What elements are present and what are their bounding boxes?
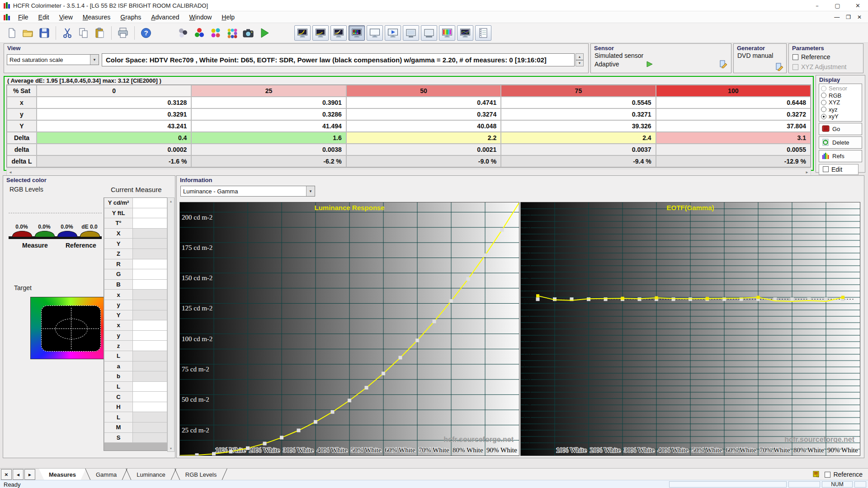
edit-checkbox[interactable] xyxy=(823,166,829,172)
table-cell[interactable]: 41.494 xyxy=(191,120,346,132)
tab-rgb-levels[interactable]: RGB Levels xyxy=(175,469,226,480)
generator-config-icon[interactable] xyxy=(775,63,783,71)
column-header-100[interactable]: 100 xyxy=(656,85,811,97)
spin-down-icon[interactable]: ▼ xyxy=(576,60,584,67)
view-grayscale-button[interactable] xyxy=(294,25,311,41)
view-free-measure-1-button[interactable] xyxy=(403,25,419,41)
maximize-button[interactable]: ▢ xyxy=(827,0,848,11)
menu-file[interactable]: File xyxy=(13,12,33,22)
run-measures-button[interactable] xyxy=(256,25,273,41)
mdi-restore-button[interactable]: ❐ xyxy=(846,14,851,20)
new-file-button[interactable] xyxy=(4,25,20,41)
current-measure-scrollbar[interactable]: ▲ ▼ xyxy=(167,197,175,452)
next-tab-icon[interactable]: ► xyxy=(24,469,35,480)
menu-graphs[interactable]: Graphs xyxy=(115,12,146,22)
column-header-50[interactable]: 50 xyxy=(346,85,501,97)
table-cell[interactable]: 0.3274 xyxy=(346,108,501,120)
table-cell[interactable]: 0.0021 xyxy=(346,144,501,155)
sensor-config-icon[interactable] xyxy=(719,60,727,68)
scroll-left-icon[interactable]: ◄ xyxy=(7,169,14,176)
table-cell[interactable]: 0.3271 xyxy=(501,108,656,120)
row-header-delta-l[interactable]: delta L xyxy=(7,155,37,167)
view-nearwhite-button[interactable] xyxy=(330,25,347,41)
row-header-delta-e[interactable]: Delta E xyxy=(7,132,37,144)
menu-view[interactable]: View xyxy=(54,12,78,22)
mdi-close-button[interactable]: ✕ xyxy=(857,14,862,20)
table-cell[interactable]: 37.804 xyxy=(656,120,811,132)
radio-icon[interactable] xyxy=(821,93,826,98)
table-cell[interactable]: 0.0038 xyxy=(191,144,346,155)
go-button[interactable]: Go xyxy=(819,123,862,135)
table-cell[interactable]: 0.3291 xyxy=(37,108,191,120)
view-colorbars-button[interactable] xyxy=(439,25,455,41)
row-header-x[interactable]: x xyxy=(7,97,37,108)
scroll-down-icon[interactable]: ▼ xyxy=(168,445,174,451)
column-header-0[interactable]: 0 xyxy=(37,85,191,97)
paste-button[interactable] xyxy=(92,25,108,41)
table-cell[interactable]: 0.3286 xyxy=(191,108,346,120)
measure-colorchecker-button[interactable] xyxy=(224,25,240,41)
table-cell[interactable]: -1.6 % xyxy=(37,155,191,167)
notes-icon[interactable] xyxy=(813,471,820,478)
cut-button[interactable] xyxy=(59,25,75,41)
table-cell[interactable]: 0.6448 xyxy=(656,97,811,108)
menu-help[interactable]: Help xyxy=(217,12,240,22)
display-radio-xyy[interactable]: xyY xyxy=(821,113,860,120)
table-cell[interactable]: 0.5545 xyxy=(501,97,656,108)
copy-button[interactable] xyxy=(75,25,92,41)
table-cell[interactable]: 40.048 xyxy=(346,120,501,132)
chevron-down-icon[interactable]: ▼ xyxy=(90,55,99,65)
display-radio-xyz[interactable]: XYZ xyxy=(821,99,860,106)
play-icon[interactable] xyxy=(646,61,653,67)
menu-advanced[interactable]: Advanced xyxy=(146,12,184,22)
delete-button[interactable]: Delete xyxy=(819,136,862,149)
column-header-75[interactable]: 75 xyxy=(501,85,656,97)
table-cell[interactable]: -9.0 % xyxy=(346,155,501,167)
table-cell[interactable]: 39.326 xyxy=(501,120,656,132)
tab-luminance[interactable]: Luminance xyxy=(127,469,175,480)
refs-button[interactable]: Refs xyxy=(819,150,862,162)
display-radio-xyz[interactable]: xyz xyxy=(821,106,860,113)
display-radio-rgb[interactable]: RGB xyxy=(821,92,860,99)
table-cell[interactable]: -9.4 % xyxy=(501,155,656,167)
table-cell[interactable]: 2.2 xyxy=(346,132,501,144)
row-header-y[interactable]: Y xyxy=(7,120,37,132)
view-scale-select[interactable]: Red saturation scale ▼ xyxy=(7,54,99,65)
statusbar-reference-checkbox[interactable] xyxy=(825,472,830,478)
column-header-25[interactable]: 25 xyxy=(191,85,346,97)
mdi-minimize-button[interactable]: — xyxy=(834,14,840,20)
menu-window[interactable]: Window xyxy=(184,12,217,22)
radio-icon[interactable] xyxy=(821,107,826,112)
view-nearblack-button[interactable] xyxy=(312,25,329,41)
row-header-delta-xy[interactable]: delta xy xyxy=(7,144,37,155)
table-cell[interactable]: 3.1 xyxy=(656,132,811,144)
save-button[interactable] xyxy=(36,25,52,41)
table-cell[interactable]: 0.0055 xyxy=(656,144,811,155)
scroll-right-icon[interactable]: ► xyxy=(803,169,811,176)
measure-primaries-button[interactable] xyxy=(191,25,208,41)
row-header-y[interactable]: y xyxy=(7,108,37,120)
saturation-table[interactable]: % Sat0255075100x0.31280.39010.47410.5545… xyxy=(6,84,811,168)
view-primaries-button[interactable] xyxy=(367,25,383,41)
print-button[interactable] xyxy=(115,25,131,41)
notebook-button[interactable] xyxy=(475,25,491,41)
open-file-button[interactable] xyxy=(20,25,36,41)
menu-edit[interactable]: Edit xyxy=(33,12,54,22)
radio-icon[interactable] xyxy=(821,100,826,105)
tab-measures[interactable]: Measures xyxy=(39,469,86,480)
column-header-sat[interactable]: % Sat xyxy=(7,85,37,97)
info-spinner[interactable]: ▲▼ xyxy=(576,53,584,66)
close-tab-button[interactable]: ✕ xyxy=(1,469,12,480)
table-cell[interactable]: 0.4 xyxy=(37,132,191,144)
view-run-button[interactable] xyxy=(385,25,401,41)
radio-icon[interactable] xyxy=(821,114,826,119)
chevron-down-icon[interactable]: ▼ xyxy=(306,186,315,196)
table-cell[interactable]: 0.3128 xyxy=(37,97,191,108)
capture-button[interactable] xyxy=(240,25,256,41)
table-cell[interactable]: -12.9 % xyxy=(656,155,811,167)
measure-secondaries-button[interactable] xyxy=(208,25,224,41)
scroll-up-icon[interactable]: ▲ xyxy=(168,198,174,204)
view-saturation-button[interactable] xyxy=(349,25,365,41)
reference-checkbox[interactable] xyxy=(793,54,798,60)
information-view-select[interactable]: Luminance - Gamma ▼ xyxy=(180,186,315,197)
